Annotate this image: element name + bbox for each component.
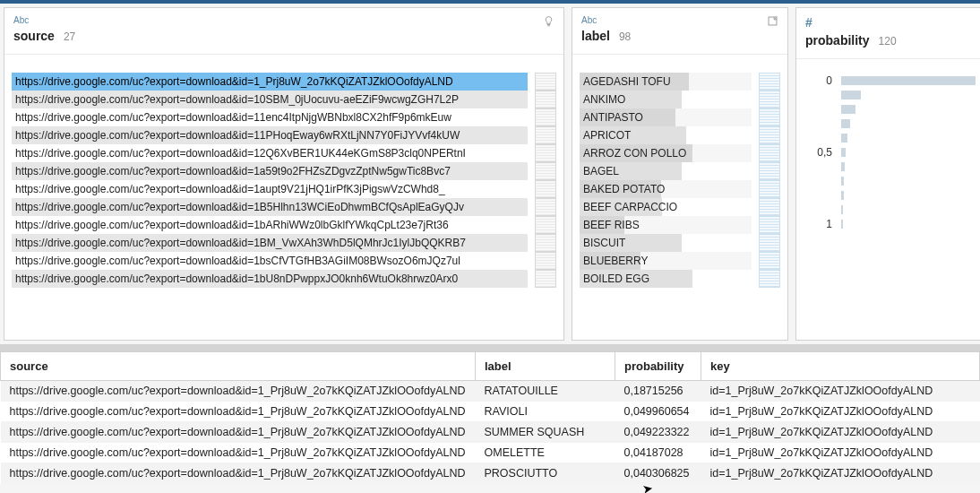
histogram-bar — [841, 119, 850, 128]
histogram-bar — [841, 148, 846, 157]
source-thumb — [535, 91, 556, 108]
table-cell-label: PROSCIUTTO — [476, 463, 615, 484]
column-header-key[interactable]: key — [701, 352, 980, 381]
table-row[interactable]: https://drive.google.com/uc?export=downl… — [1, 381, 980, 402]
label-value-list: AGEDASHI TOFUANKIMOANTIPASTOAPRICOTARROZ… — [580, 73, 752, 334]
label-value-row[interactable]: BOILED EGG — [580, 270, 752, 288]
source-thumb — [535, 108, 556, 126]
label-value-row[interactable]: ANKIMO — [580, 91, 752, 108]
table-divider[interactable] — [0, 344, 980, 351]
column-header-probability[interactable]: probability — [615, 352, 701, 381]
source-value-row[interactable]: https://drive.google.com/uc?export=downl… — [12, 108, 528, 126]
histogram-row — [809, 174, 976, 188]
source-value-row[interactable]: https://drive.google.com/uc?export=downl… — [12, 162, 528, 180]
source-thumb — [535, 216, 556, 234]
table-cell-probability: 0,18715256 — [615, 381, 701, 402]
histogram-bar — [841, 105, 855, 114]
table-cell-source: https://drive.google.com/uc?export=downl… — [1, 381, 476, 402]
histogram-bar — [841, 205, 843, 214]
source-value-row[interactable]: https://drive.google.com/uc?export=downl… — [12, 73, 528, 91]
label-thumb — [759, 162, 780, 180]
source-value-row[interactable]: https://drive.google.com/uc?export=downl… — [12, 252, 528, 270]
label-thumb — [759, 252, 780, 270]
table-cell-key: id=1_Prj8uW_2o7kKQiZATJZklOOofdyALND — [701, 422, 980, 443]
label-value-row[interactable]: BLUEBERRY — [580, 252, 752, 270]
source-value-row[interactable]: https://drive.google.com/uc?export=downl… — [12, 91, 528, 108]
label-value-row[interactable]: BEEF RIBS — [580, 216, 752, 234]
table-cell-probability: 0,049960654 — [615, 402, 701, 422]
label-value-row[interactable]: BISCUIT — [580, 234, 752, 252]
export-icon[interactable] — [767, 15, 778, 30]
source-thumb — [535, 198, 556, 216]
histogram-bar — [841, 91, 861, 99]
source-value-row[interactable]: https://drive.google.com/uc?export=downl… — [12, 216, 528, 234]
table-cell-probability: 0,04187028 — [615, 443, 701, 463]
histogram-row — [809, 88, 976, 102]
panel-probability-title: probability — [805, 33, 870, 48]
label-thumb — [759, 180, 780, 198]
histogram-bar — [841, 191, 844, 200]
panel-probability-count: 120 — [879, 35, 897, 48]
table-cell-key: id=1_Prj8uW_2o7kKQiZATJZklOOofdyALND — [701, 443, 980, 463]
source-value-row[interactable]: https://drive.google.com/uc?export=downl… — [12, 198, 528, 216]
source-value-row[interactable]: https://drive.google.com/uc?export=downl… — [12, 270, 528, 288]
label-value-row[interactable]: ARROZ CON POLLO — [580, 144, 752, 162]
panel-probability-header: # — [796, 8, 980, 31]
source-thumb — [535, 252, 556, 270]
label-value-row[interactable]: AGEDASHI TOFU — [580, 73, 752, 91]
table-row[interactable]: https://drive.google.com/uc?export=downl… — [1, 443, 980, 463]
source-value-row[interactable]: https://drive.google.com/uc?export=downl… — [12, 126, 528, 144]
source-thumb-column — [535, 73, 556, 334]
histogram-bar — [841, 162, 845, 171]
label-thumb — [759, 73, 780, 91]
source-thumb — [535, 180, 556, 198]
table-row[interactable]: https://drive.google.com/uc?export=downl… — [1, 402, 980, 422]
histogram-row — [809, 117, 976, 131]
table-row[interactable]: https://drive.google.com/uc?export=downl… — [1, 422, 980, 443]
source-thumb — [535, 270, 556, 288]
label-value-row[interactable]: APRICOT — [580, 126, 752, 144]
panel-source-count: 27 — [64, 30, 75, 43]
source-thumb — [535, 144, 556, 162]
label-thumb — [759, 108, 780, 126]
table-header-row: source label probability key — [1, 352, 980, 381]
histogram-bar — [841, 177, 844, 186]
column-header-source[interactable]: source — [1, 352, 476, 381]
histogram-tick-label: 0,5 — [809, 146, 832, 159]
histogram-row — [809, 160, 976, 174]
label-value-row[interactable]: BEEF CARPACCIO — [580, 198, 752, 216]
source-value-list: https://drive.google.com/uc?export=downl… — [12, 73, 528, 334]
histogram-row: 0 — [809, 74, 976, 88]
table-cell-probability: 0,049223322 — [615, 422, 701, 443]
lightbulb-icon[interactable] — [543, 15, 554, 30]
histogram-row — [809, 131, 976, 145]
label-value-row[interactable]: BAGEL — [580, 162, 752, 180]
panel-label-count: 98 — [619, 30, 631, 43]
probability-histogram: 00,51 — [796, 59, 980, 340]
column-header-label[interactable]: label — [476, 352, 615, 381]
label-value-row[interactable]: BAKED POTATO — [580, 180, 752, 198]
panel-label-header: Abc — [572, 8, 787, 27]
histogram-row: 1 — [809, 217, 976, 231]
panel-source: Abc source 27 https://drive.google.com/u… — [4, 7, 564, 341]
label-thumb — [759, 126, 780, 144]
source-value-row[interactable]: https://drive.google.com/uc?export=downl… — [12, 234, 528, 252]
histogram-bar — [841, 76, 976, 85]
table-body: https://drive.google.com/uc?export=downl… — [1, 381, 980, 484]
histogram-row — [809, 102, 976, 117]
panel-probability: # probability 120 00,51 — [795, 7, 980, 341]
label-thumb — [759, 234, 780, 252]
table-cell-source: https://drive.google.com/uc?export=downl… — [1, 443, 476, 463]
label-thumb — [759, 270, 780, 288]
table-cell-key: id=1_Prj8uW_2o7kKQiZATJZklOOofdyALND — [701, 463, 980, 484]
label-thumb — [759, 91, 780, 108]
label-value-row[interactable]: ANTIPASTO — [580, 108, 752, 126]
table-row[interactable]: https://drive.google.com/uc?export=downl… — [1, 463, 980, 484]
panel-source-title-row: source 27 — [4, 27, 563, 55]
panel-label-title-row: label 98 — [572, 27, 787, 55]
source-thumb — [535, 126, 556, 144]
table-cell-source: https://drive.google.com/uc?export=downl… — [1, 463, 476, 484]
source-value-row[interactable]: https://drive.google.com/uc?export=downl… — [12, 144, 528, 162]
source-value-row[interactable]: https://drive.google.com/uc?export=downl… — [12, 180, 528, 198]
type-badge-numeric: # — [805, 15, 812, 30]
